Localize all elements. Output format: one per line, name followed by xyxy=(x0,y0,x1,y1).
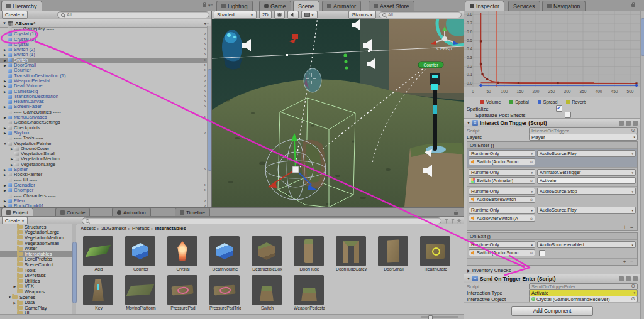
layers-dropdown[interactable]: Player ▾ xyxy=(529,134,638,141)
asset-tile[interactable]: DestructibleBox xyxy=(252,236,283,271)
prefab-select-arrow[interactable]: › xyxy=(204,37,206,42)
asset-tile[interactable]: MovingPlatform xyxy=(125,275,157,310)
foldout-triangle-icon[interactable]: ▶ xyxy=(3,188,8,193)
asset-tile[interactable]: WeaponPedestal xyxy=(294,275,325,310)
foldout-triangle-icon[interactable]: ▶ xyxy=(3,126,8,131)
project-folder-item[interactable]: ▶VFX xyxy=(0,284,72,289)
event-function-dropdown[interactable]: AudioSource.Play▾ xyxy=(537,207,636,214)
event-target-object-field[interactable]: AudioAfterSwitch (A⊙ xyxy=(469,215,535,222)
send-on-trigger-enter-header[interactable]: ▼ + Send On Trigger Enter (Script) xyxy=(464,274,640,283)
hierarchy-scrollbar[interactable] xyxy=(207,26,211,207)
project-folder-item[interactable]: VegetationSmall xyxy=(0,241,72,246)
spatialize-checkbox[interactable] xyxy=(556,105,562,112)
docs-icon[interactable] xyxy=(619,121,624,126)
asset-tile[interactable]: Key xyxy=(83,275,114,310)
project-folder-item[interactable]: Weapons xyxy=(0,289,72,295)
object-picker-icon[interactable]: ⊙ xyxy=(528,179,533,183)
add-event-button[interactable]: + xyxy=(623,224,626,230)
project-filter-icons[interactable] xyxy=(444,219,462,224)
foldout-triangle-icon[interactable]: ▶ xyxy=(3,58,8,63)
script-field[interactable]: InteractOnTrigger ⊙ xyxy=(529,127,638,134)
foldout-triangle-icon[interactable]: ▶ xyxy=(3,183,8,188)
asset-tile[interactable]: DeathVolume xyxy=(209,236,241,271)
add-component-button[interactable]: Add Component xyxy=(511,306,593,316)
hierarchy-item[interactable]: Crystal (2)› xyxy=(0,37,207,42)
foldout-triangle-icon[interactable]: ▶ xyxy=(3,172,8,177)
event-mode-dropdown[interactable]: Runtime Only▾ xyxy=(469,169,535,176)
foldout-triangle-icon[interactable]: ▶ xyxy=(13,284,17,288)
event-argument-input[interactable]: Activate xyxy=(537,177,636,184)
foldout-triangle-icon[interactable]: ▶ xyxy=(3,104,8,109)
object-picker-icon[interactable]: ⊙ xyxy=(528,251,533,255)
foldout-triangle-icon[interactable]: ▶ xyxy=(3,63,8,68)
hierarchy-item[interactable]: ▶Switch (1)› xyxy=(0,52,207,57)
hierarchy-create-button[interactable]: Create ▼ xyxy=(2,11,28,19)
prefab-select-arrow[interactable]: › xyxy=(204,68,206,73)
event-argument-checkbox[interactable] xyxy=(539,250,545,256)
event-target-object-field[interactable]: Switch (Audio Sourc⊙ xyxy=(469,158,535,165)
breadcrumb[interactable]: Assets▸3DGamekit▸Prefabs▸Interactables xyxy=(77,224,464,232)
project-tree-scroll-thumb[interactable] xyxy=(72,242,77,303)
event-target-object-field[interactable]: AudioBeforeSwitch⊙ xyxy=(469,196,535,203)
foldout-triangle-icon[interactable]: ▶ xyxy=(3,89,8,94)
foldout-triangle-icon[interactable]: ▶ xyxy=(3,131,8,136)
prefab-select-arrow[interactable]: › xyxy=(204,99,206,104)
hierarchy-item[interactable]: ▶VegetationLarge xyxy=(0,162,207,167)
interactive-object-field[interactable]: Crystal (GameCommandReceiver) ⊙ xyxy=(529,296,638,303)
tab-asset-store[interactable]: Asset Store xyxy=(369,1,414,11)
hierarchy-scroll-thumb[interactable] xyxy=(208,69,212,171)
breadcrumb-segment[interactable]: Assets xyxy=(80,225,96,231)
asset-tile[interactable]: DoorHugeGateWay xyxy=(336,236,367,271)
object-picker-icon[interactable]: ⊙ xyxy=(528,198,533,202)
prefab-select-arrow[interactable]: › xyxy=(204,188,206,193)
foldout-triangle-icon[interactable]: ▶ xyxy=(3,115,8,120)
hierarchy-item[interactable]: ----- Characters ----- xyxy=(0,193,207,198)
prefab-select-arrow[interactable]: › xyxy=(204,58,206,63)
persp-label[interactable]: < Persp xyxy=(436,46,452,51)
add-event-button[interactable]: + xyxy=(623,259,626,265)
inspector-scroll-thumb[interactable] xyxy=(641,18,644,56)
shading-mode-dropdown[interactable]: Shaded ▼ xyxy=(214,11,257,19)
prefab-select-arrow[interactable]: › xyxy=(204,94,206,99)
breadcrumb-segment[interactable]: Prefabs xyxy=(132,225,150,231)
foldout-triangle-icon[interactable]: ▶ xyxy=(3,198,8,203)
scene-search-input[interactable]: All xyxy=(379,11,462,18)
foldout-triangle-icon[interactable]: ▶ xyxy=(3,47,8,52)
tab-services[interactable]: Services xyxy=(508,1,540,11)
project-folder-item[interactable]: Utilities xyxy=(0,278,72,284)
tab-navigation[interactable]: Navigation xyxy=(542,1,586,11)
tab-animation[interactable]: Animation xyxy=(112,208,151,216)
tab-console[interactable]: Console xyxy=(55,208,90,216)
event-mode-dropdown[interactable]: Runtime Only▾ xyxy=(469,188,535,195)
preset-icon[interactable] xyxy=(626,276,631,281)
tab-animator[interactable]: Animator xyxy=(322,1,361,11)
scene-effects-dropdown[interactable]: ▼ xyxy=(301,11,318,19)
2d-toggle[interactable]: 2D xyxy=(259,11,272,19)
prefab-select-arrow[interactable]: › xyxy=(204,78,206,84)
event-function-dropdown[interactable]: AudioSource.Stop▾ xyxy=(537,188,636,195)
foldout-triangle-icon[interactable]: ▶ xyxy=(9,156,14,161)
prefab-select-arrow[interactable]: › xyxy=(204,31,206,36)
remove-event-button[interactable]: − xyxy=(630,259,633,265)
foldout-triangle-icon[interactable]: ▶ xyxy=(3,167,8,172)
tab-timeline[interactable]: Timeline xyxy=(175,208,210,216)
foldout-triangle-icon[interactable]: ▼ xyxy=(3,141,8,146)
foldout-triangle-icon[interactable]: ▶ xyxy=(13,301,17,305)
project-folder-item[interactable]: Water xyxy=(0,246,72,251)
crystal-object[interactable] xyxy=(304,68,321,92)
object-picker-icon[interactable]: ⊙ xyxy=(528,217,533,220)
hierarchy-panel-tools[interactable]: ▾≡ xyxy=(203,2,213,9)
gear-icon[interactable] xyxy=(633,121,638,126)
foldout-triangle-icon[interactable]: ▼ xyxy=(8,295,12,299)
inventory-checks-foldout[interactable]: ▶ Inventory Checks xyxy=(464,267,640,274)
asset-tile[interactable]: HealthCrate xyxy=(420,236,452,271)
event-mode-dropdown[interactable]: Runtime Only▾ xyxy=(469,241,535,248)
audio-rolloff-graph[interactable]: 0501001502002503003504004505000.80.70.60… xyxy=(464,11,640,97)
scene-audio-toggle[interactable] xyxy=(287,11,299,19)
scene-viewport[interactable]: Counter < Persp xyxy=(212,19,464,207)
prefab-select-arrow[interactable]: › xyxy=(204,52,206,57)
gear-icon[interactable] xyxy=(633,276,638,281)
project-folder-item[interactable]: UIPrefabs xyxy=(0,273,72,278)
interaction-type-dropdown[interactable]: Activate ▾ xyxy=(529,289,638,296)
tab-inspector[interactable]: Inspector xyxy=(465,1,504,11)
